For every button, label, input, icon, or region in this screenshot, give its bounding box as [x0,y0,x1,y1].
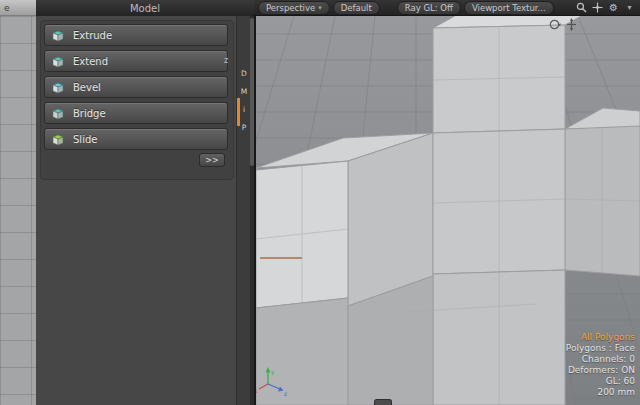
slide-button[interactable]: Slide [44,128,228,150]
more-tools-button[interactable]: >> [199,153,225,167]
left-pane-tab-label: e [4,3,10,13]
header-chevron-down-icon[interactable]: ▾ [623,2,636,14]
pan-icon[interactable] [565,18,578,31]
status-channels: Channels: 0 [566,354,635,365]
bridge-label: Bridge [73,108,106,119]
extend-icon [49,54,67,69]
viewport-status: All Polygons Polygons : Face Channels: 0… [566,332,635,398]
status-polygons-mode: Polygons : Face [566,343,635,354]
side-tab-m[interactable]: M [237,84,251,100]
side-tab-d[interactable]: D [237,66,251,82]
form-tab-strip: D M i P [236,16,250,405]
search-icon[interactable] [575,2,588,14]
extrude-icon [49,28,67,43]
viewport-nav-icons [548,18,578,31]
crosshair-icon[interactable] [591,2,604,14]
viewport-header: Perspective ▾ Default Ray GL: Off Viewpo… [254,0,640,16]
bridge-button[interactable]: Bridge [44,102,228,124]
shading-dropdown[interactable]: Default [333,1,380,15]
slide-label: Slide [73,134,97,145]
3d-viewport[interactable]: y z x All Polygons Polygons : Face Chann… [256,16,640,405]
bevel-label: Bevel [73,82,101,93]
tool-group: Extrude Extend Bevel [40,20,234,180]
extend-button[interactable]: Extend [44,50,228,72]
cube-face-lower-left [256,298,348,405]
extend-label: Extend [73,56,108,67]
extrude-label: Extrude [73,30,112,41]
app-window: e Model Perspective ▾ Default Ray GL: Of… [0,0,640,405]
viewport-texture-label: Viewport Textur... [472,3,546,13]
slide-icon [49,132,67,147]
bridge-icon [49,106,67,121]
splitter-handle[interactable] [374,399,392,405]
viewport-texture-dropdown[interactable]: Viewport Textur... [464,1,554,15]
orbit-icon[interactable] [548,18,561,31]
axis-y-label: y [271,368,275,376]
left-pane-tab[interactable]: e [0,0,36,16]
axis-z-label: z [284,390,287,397]
ray-gl-toggle[interactable]: Ray GL: Off [397,1,461,15]
shading-label: Default [341,3,372,13]
perspective-dropdown[interactable]: Perspective ▾ [258,1,330,15]
status-gl: GL: 60 [566,376,635,387]
side-tab-p[interactable]: P [237,120,251,136]
extrude-button[interactable]: Extrude [44,24,228,46]
ray-gl-label: Ray GL: Off [405,3,453,13]
perspective-label: Perspective [266,3,315,13]
toolbox-title: Model [130,3,160,14]
status-all-polygons: All Polygons [566,332,635,343]
bevel-button[interactable]: Bevel [44,76,228,98]
gear-icon[interactable]: ⚙ [607,2,620,14]
side-tab-i[interactable]: i [237,102,251,118]
toolbox-panel: Extrude Extend Bevel [36,16,254,405]
bevel-icon [49,80,67,95]
extend-shortcut-hint: z [224,56,228,65]
chevron-down-icon: ▾ [318,3,322,13]
left-viewport-strip[interactable] [0,16,37,405]
status-deformers: Deformers: ON [566,365,635,376]
toolbox-header: Model [36,0,254,17]
status-grid-size: 200 mm [566,387,635,398]
